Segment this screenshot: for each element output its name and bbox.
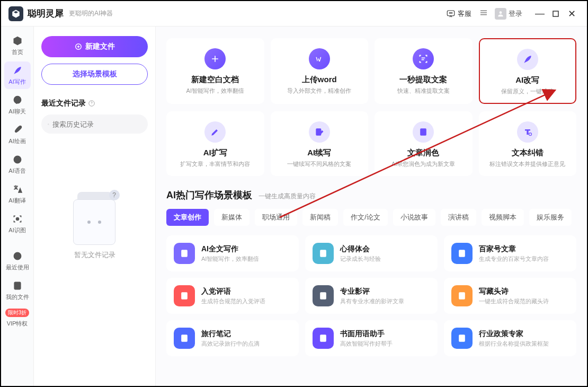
- nav-ai-chat[interactable]: AI聊天: [4, 91, 31, 119]
- choose-template-label: 选择场景模板: [73, 69, 117, 79]
- empty-state: ? 暂无文件记录: [41, 192, 148, 260]
- maximize-button[interactable]: [548, 6, 564, 22]
- scan-text-icon: [413, 48, 434, 69]
- avatar-icon: [495, 8, 506, 20]
- action-desc: 快速、精准提取文案: [397, 87, 450, 95]
- new-file-button[interactable]: 新建文件: [41, 36, 148, 57]
- svg-rect-36: [320, 335, 326, 341]
- minimize-button[interactable]: —: [532, 6, 548, 22]
- nav-label: VIP特权: [7, 320, 28, 328]
- nav-recent[interactable]: 最近使用: [4, 247, 31, 275]
- action-ai-continue[interactable]: AI续写 一键续写不同风格的文案: [271, 111, 369, 176]
- template-card[interactable]: AI全文写作AI智能写作，效率翻倍: [166, 235, 299, 271]
- tab-newmedia[interactable]: 新媒体: [214, 209, 250, 226]
- tab-news[interactable]: 新闻稿: [302, 209, 338, 226]
- template-desc: 生成专业的百家号文章内容: [479, 255, 549, 263]
- menu-icon: [479, 8, 488, 17]
- action-article-polish[interactable]: 文章润色 AI帮您润色为成为新文章: [375, 111, 473, 176]
- template-title: 心得体会: [340, 244, 381, 254]
- side-panel: 新建文件 选择场景模板 最近文件记录 ? 暂无文件记录: [34, 27, 156, 386]
- template-card[interactable]: 百家号文章生成专业的百家号文章内容: [444, 235, 576, 271]
- template-grid: AI全文写作AI智能写作，效率翻倍心得体会记录成长与经验百家号文章生成专业的百家…: [166, 235, 576, 356]
- template-title: 行业政策专家: [479, 329, 549, 339]
- template-icon: [174, 285, 195, 306]
- nav-ai-writing[interactable]: AI写作: [4, 61, 31, 89]
- nav-vip[interactable]: 限时3折 VIP特权: [4, 306, 31, 330]
- edit-doc-icon: [309, 121, 330, 143]
- tab-workplace[interactable]: 职场通用: [255, 209, 297, 226]
- action-title: AI扩写: [203, 148, 227, 158]
- action-title: 新建空白文档: [191, 75, 239, 85]
- svg-rect-33: [320, 292, 326, 299]
- action-title: 一秒提取文案: [399, 75, 447, 85]
- template-icon: [451, 243, 473, 264]
- template-card[interactable]: 心得体会记录成长与经验: [305, 235, 438, 271]
- template-icon: [174, 243, 195, 264]
- support-label: 客服: [458, 9, 471, 19]
- nav-label: AI识图: [8, 226, 25, 234]
- search-box[interactable]: [41, 115, 148, 134]
- svg-point-28: [529, 133, 531, 136]
- nav-ai-voice[interactable]: AI语音: [4, 151, 31, 178]
- svg-rect-37: [459, 335, 465, 341]
- tab-video[interactable]: 视频脚本: [482, 209, 524, 226]
- template-title: 书面用语助手: [340, 329, 393, 339]
- template-card[interactable]: 行业政策专家根据行业名称提供政策框架: [444, 320, 576, 356]
- action-grid-1: 新建空白文档 AI智能写作，效率翻倍 上传word 导入外部文件，精准创作 一秒…: [166, 38, 576, 104]
- template-tabs: 文章创作 新媒体 职场通用 新闻稿 作文/论文 小说故事 演讲稿 视频脚本 娱乐…: [166, 209, 576, 226]
- svg-line-21: [49, 124, 49, 125]
- template-card[interactable]: 专业影评具有专业水准的影评文章: [305, 278, 438, 314]
- nav-ai-paint[interactable]: AI绘画: [4, 121, 31, 148]
- action-new-blank-doc[interactable]: 新建空白文档 AI智能写作，效率翻倍: [166, 38, 264, 104]
- tab-entertainment[interactable]: 娱乐服务: [529, 209, 572, 226]
- search-input[interactable]: [52, 120, 141, 128]
- plus-icon: [204, 48, 226, 69]
- template-desc: 一键生成符合规范的藏头诗: [479, 297, 549, 305]
- template-title: 写藏头诗: [479, 287, 549, 296]
- template-card[interactable]: 旅行笔记高效记录旅行中的点滴: [166, 320, 299, 356]
- translate-icon: [12, 183, 23, 195]
- brush-icon: [12, 124, 23, 136]
- action-upload-word[interactable]: 上传word 导入外部文件，精准创作: [271, 38, 369, 104]
- template-card[interactable]: 写藏头诗一键生成符合规范的藏头诗: [444, 278, 576, 314]
- template-icon: [451, 285, 473, 306]
- template-desc: 高效记录旅行中的点滴: [201, 340, 260, 348]
- template-title: 百家号文章: [479, 244, 549, 254]
- template-card[interactable]: 入党评语生成符合规范的入党评语: [166, 278, 299, 314]
- nav-my-files[interactable]: 我的文件: [4, 277, 31, 304]
- login-button[interactable]: 登录: [509, 9, 522, 19]
- left-nav: 首页 AI写作 AI聊天 AI绘画 AI语音 AI翻译: [1, 27, 34, 386]
- action-ai-rewrite[interactable]: AI改写 保留原义，一键成稿: [479, 38, 577, 104]
- svg-rect-30: [320, 250, 326, 257]
- nav-label: AI绘画: [8, 137, 25, 145]
- template-title: 入党评语: [201, 287, 265, 296]
- pen-expand-icon: [204, 121, 226, 143]
- template-title: 旅行笔记: [201, 329, 260, 339]
- template-card[interactable]: 书面用语助手高效智能写作好帮手: [305, 320, 438, 356]
- svg-rect-32: [181, 292, 188, 299]
- action-text-correct[interactable]: 文本纠错 标注错误文本并提供修正意见: [479, 111, 577, 176]
- nav-home[interactable]: 首页: [4, 32, 31, 59]
- tab-novel[interactable]: 小说故事: [393, 209, 435, 226]
- recent-files-header: 最近文件记录: [41, 99, 148, 108]
- nav-ai-vision[interactable]: AI识图: [4, 210, 31, 238]
- svg-point-20: [48, 124, 49, 125]
- tab-speech[interactable]: 演讲稿: [441, 209, 476, 226]
- action-ai-expand[interactable]: AI扩写 扩写文章，丰富情节和内容: [166, 111, 264, 176]
- action-extract-text[interactable]: 一秒提取文案 快速、精准提取文案: [375, 38, 473, 104]
- close-button[interactable]: ✕: [564, 6, 580, 22]
- action-title: AI改写: [515, 75, 539, 85]
- tab-essay[interactable]: 作文/论文: [343, 209, 388, 226]
- menu-button[interactable]: [479, 8, 488, 20]
- section-header: AI热门写作场景模板 一键生成高质量内容: [166, 189, 576, 201]
- action-desc: AI智能写作，效率翻倍: [186, 87, 244, 95]
- tab-article[interactable]: 文章创作: [166, 209, 209, 226]
- file-icon: [12, 280, 23, 292]
- nav-ai-translate[interactable]: AI翻译: [4, 180, 31, 208]
- choose-template-button[interactable]: 选择场景模板: [41, 64, 148, 85]
- svg-rect-31: [459, 250, 465, 257]
- svg-rect-29: [181, 250, 188, 257]
- support-button[interactable]: 客服: [446, 9, 471, 19]
- template-desc: 高效智能写作好帮手: [340, 340, 393, 348]
- template-icon: [451, 328, 473, 349]
